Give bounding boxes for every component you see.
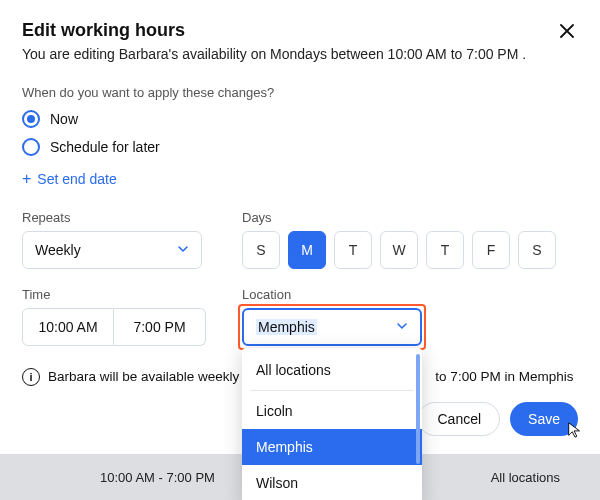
day-sat[interactable]: S <box>518 231 556 269</box>
day-fri[interactable]: F <box>472 231 510 269</box>
time-end-input[interactable]: 7:00 PM <box>114 308 206 346</box>
radio-icon-unchecked <box>22 138 40 156</box>
summary-text-right: to 7:00 PM in Memphis <box>435 369 573 384</box>
location-option-licoln[interactable]: Licoln <box>242 393 422 429</box>
radio-later-label: Schedule for later <box>50 139 160 155</box>
cursor-icon <box>566 421 584 442</box>
location-option-all[interactable]: All locations <box>242 352 422 388</box>
location-option-memphis[interactable]: Memphis <box>242 429 422 465</box>
radio-now[interactable]: Now <box>22 110 578 128</box>
location-label: Location <box>242 287 422 302</box>
day-sun[interactable]: S <box>242 231 280 269</box>
divider <box>250 390 414 391</box>
modal-subtitle: You are editing Barbara's availability o… <box>22 45 526 65</box>
edit-working-hours-modal: Edit working hours You are editing Barba… <box>0 0 600 454</box>
cancel-button[interactable]: Cancel <box>418 402 500 436</box>
day-mon[interactable]: M <box>288 231 326 269</box>
location-dropdown: All locations Licoln Memphis Wilson <box>242 348 422 500</box>
time-label: Time <box>22 287 206 302</box>
plus-icon: + <box>22 170 31 188</box>
modal-title: Edit working hours <box>22 20 526 41</box>
repeats-value: Weekly <box>35 242 81 258</box>
days-label: Days <box>242 210 556 225</box>
footer-time-range: 10:00 AM - 7:00 PM <box>100 470 215 485</box>
days-picker: S M T W T F S <box>242 231 556 269</box>
apply-question: When do you want to apply these changes? <box>22 85 578 100</box>
radio-schedule-later[interactable]: Schedule for later <box>22 138 578 156</box>
repeats-label: Repeats <box>22 210 202 225</box>
set-end-date-link[interactable]: + Set end date <box>22 170 578 188</box>
time-start-input[interactable]: 10:00 AM <box>22 308 114 346</box>
footer-location: All locations <box>491 470 560 485</box>
scrollbar-thumb[interactable] <box>416 354 420 464</box>
info-icon: i <box>22 368 40 386</box>
close-icon <box>560 24 574 38</box>
repeats-select[interactable]: Weekly <box>22 231 202 269</box>
radio-icon-checked <box>22 110 40 128</box>
set-end-date-label: Set end date <box>37 171 116 187</box>
location-option-wilson[interactable]: Wilson <box>242 465 422 500</box>
location-value: Memphis <box>256 319 317 335</box>
close-button[interactable] <box>556 20 578 45</box>
summary-text-left: Barbara will be available weekly <box>48 369 239 384</box>
save-button[interactable]: Save <box>510 402 578 436</box>
day-thu[interactable]: T <box>426 231 464 269</box>
chevron-down-icon <box>177 242 189 258</box>
radio-now-label: Now <box>50 111 78 127</box>
save-label: Save <box>528 411 560 427</box>
day-tue[interactable]: T <box>334 231 372 269</box>
day-wed[interactable]: W <box>380 231 418 269</box>
location-select[interactable]: Memphis <box>242 308 422 346</box>
chevron-down-icon <box>396 319 408 335</box>
